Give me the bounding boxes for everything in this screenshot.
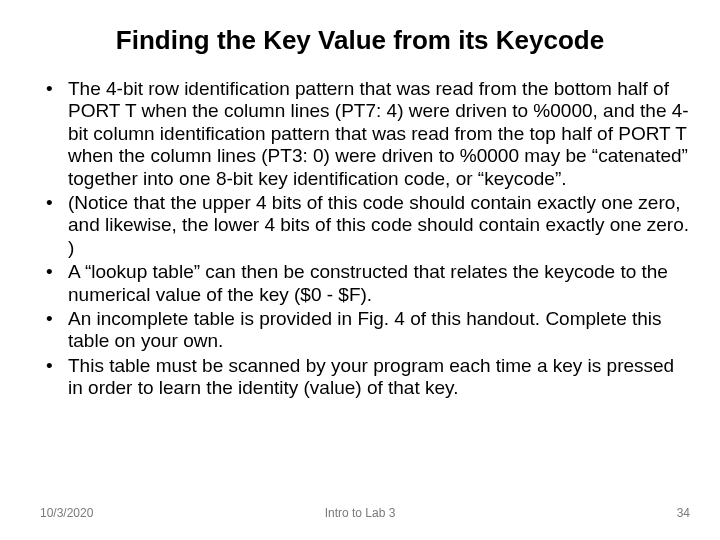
slide-title: Finding the Key Value from its Keycode bbox=[0, 26, 720, 55]
bullet-list: The 4-bit row identification pattern tha… bbox=[40, 78, 690, 400]
slide: Finding the Key Value from its Keycode T… bbox=[0, 0, 720, 540]
list-item: An incomplete table is provided in Fig. … bbox=[40, 308, 690, 353]
footer-title: Intro to Lab 3 bbox=[0, 506, 720, 520]
slide-content: The 4-bit row identification pattern tha… bbox=[40, 78, 690, 402]
list-item: The 4-bit row identification pattern tha… bbox=[40, 78, 690, 190]
footer-page-number: 34 bbox=[677, 506, 690, 520]
list-item: (Notice that the upper 4 bits of this co… bbox=[40, 192, 690, 259]
list-item: A “lookup table” can then be constructed… bbox=[40, 261, 690, 306]
list-item: This table must be scanned by your progr… bbox=[40, 355, 690, 400]
